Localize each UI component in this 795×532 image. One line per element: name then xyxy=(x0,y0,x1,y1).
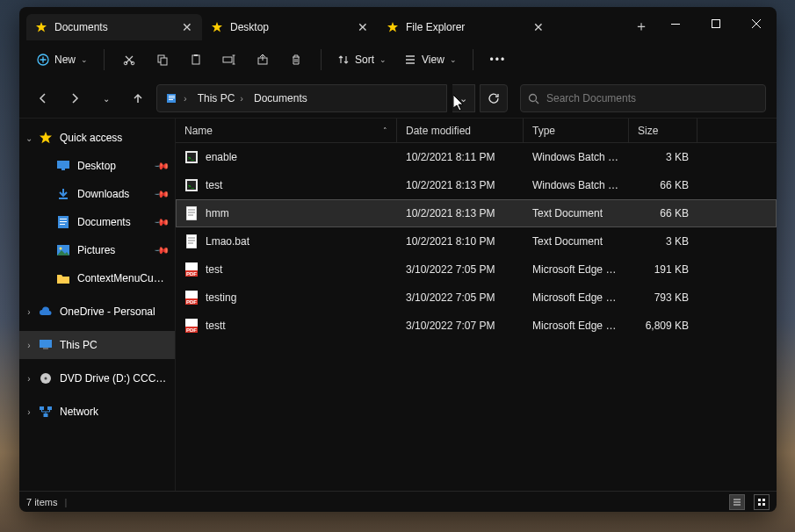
sidebar-item-this-pc[interactable]: ›This PC xyxy=(19,331,175,359)
cell-name: Lmao.bat xyxy=(176,234,397,248)
thumbnails-view-toggle[interactable] xyxy=(754,494,770,510)
rename-button[interactable] xyxy=(213,46,245,74)
expand-toggle[interactable]: › xyxy=(23,307,35,317)
star-icon xyxy=(211,21,223,33)
close-button[interactable] xyxy=(736,7,777,40)
more-button[interactable]: ••• xyxy=(482,46,514,74)
svg-rect-38 xyxy=(186,206,197,220)
breadcrumb-segment[interactable]: This PC› xyxy=(194,92,247,104)
content-pane: Name˄ Date modified Type Size >_ enable … xyxy=(176,119,777,491)
delete-button[interactable] xyxy=(280,46,312,74)
breadcrumb[interactable]: › This PC› Documents xyxy=(156,84,447,112)
recent-locations-button[interactable]: ⌄ xyxy=(93,85,119,111)
svg-rect-9 xyxy=(223,57,232,62)
minimize-button[interactable] xyxy=(655,7,696,40)
file-icon xyxy=(184,206,199,220)
sidebar-item[interactable]: Documents📌 xyxy=(19,208,175,236)
tab[interactable]: File Explorer ✕ xyxy=(378,14,553,40)
tab-close-button[interactable]: ✕ xyxy=(357,21,369,33)
pin-icon: 📌 xyxy=(153,241,170,258)
sidebar-item-dvd[interactable]: ›DVD Drive (D:) CCCOMA_X64FRE_EN-US_DV9 xyxy=(19,364,175,392)
net-icon xyxy=(39,406,53,417)
up-button[interactable] xyxy=(125,85,151,111)
paste-button[interactable] xyxy=(180,46,212,74)
sidebar-item[interactable]: Desktop📌 xyxy=(19,152,175,180)
file-row[interactable]: >_ test 10/2/2021 8:13 PM Windows Batch … xyxy=(176,171,777,199)
chevron-right-icon: › xyxy=(184,93,187,104)
sort-button[interactable]: Sort ⌄ xyxy=(330,46,394,74)
share-button[interactable] xyxy=(247,46,278,74)
breadcrumb-segment[interactable]: Documents xyxy=(250,92,311,104)
file-name: testt xyxy=(206,320,226,332)
paste-icon xyxy=(190,54,202,66)
cell-type: Text Document xyxy=(524,207,629,219)
add-tab-button[interactable]: ＋ xyxy=(627,12,655,40)
cell-size: 3 KB xyxy=(629,151,697,163)
cloud-icon xyxy=(39,306,53,317)
file-list[interactable]: >_ enable 10/2/2021 8:11 PM Windows Batc… xyxy=(176,143,777,491)
search-input[interactable] xyxy=(546,92,758,104)
file-icon: PDF xyxy=(184,262,199,277)
sidebar-item[interactable]: Pictures📌 xyxy=(19,236,175,264)
expand-toggle[interactable]: › xyxy=(23,374,35,384)
file-name: Lmao.bat xyxy=(206,235,249,248)
expand-toggle[interactable]: ⌄ xyxy=(23,133,35,143)
pin-icon: 📌 xyxy=(153,157,170,174)
expand-toggle[interactable]: › xyxy=(23,341,35,350)
sidebar-item-onedrive[interactable]: ›OneDrive - Personal xyxy=(19,298,175,326)
svg-rect-18 xyxy=(59,198,68,199)
details-view-toggle[interactable] xyxy=(729,494,745,510)
svg-rect-7 xyxy=(192,55,199,64)
desktop-icon xyxy=(56,161,70,171)
new-button[interactable]: New ⌄ xyxy=(30,46,95,74)
file-row[interactable]: >_ enable 10/2/2021 8:11 PM Windows Batc… xyxy=(176,143,777,171)
column-header-size[interactable]: Size xyxy=(629,119,697,142)
sidebar-item-network[interactable]: ›Network xyxy=(19,398,175,426)
doc-icon xyxy=(56,216,70,228)
svg-text:>_: >_ xyxy=(188,155,195,161)
tab[interactable]: Documents ✕ xyxy=(26,14,202,40)
refresh-button[interactable] xyxy=(480,84,508,112)
file-row[interactable]: PDF testing 3/10/2022 7:05 PM Microsoft … xyxy=(176,284,777,312)
sidebar-item[interactable]: Downloads📌 xyxy=(19,180,175,208)
sidebar-item-label: Pictures xyxy=(77,244,148,256)
cell-size: 3 KB xyxy=(629,235,697,248)
column-header-date[interactable]: Date modified xyxy=(397,119,524,142)
svg-rect-25 xyxy=(40,340,52,348)
sidebar-item-quick-access[interactable]: ⌄Quick access xyxy=(19,124,175,152)
column-header-name[interactable]: Name˄ xyxy=(176,119,397,142)
tab[interactable]: Desktop ✕ xyxy=(202,14,378,40)
view-button[interactable]: View ⌄ xyxy=(397,46,464,74)
download-icon xyxy=(56,188,70,200)
cell-size: 66 KB xyxy=(629,179,697,191)
breadcrumb-root-icon[interactable]: › xyxy=(163,92,191,104)
file-row[interactable]: Lmao.bat 10/2/2021 8:10 PM Text Document… xyxy=(176,227,777,255)
navigation-pane[interactable]: ⌄Quick accessDesktop📌Downloads📌Documents… xyxy=(19,119,176,491)
svg-text:>_: >_ xyxy=(188,183,195,189)
cell-type: Microsoft Edge P… xyxy=(524,320,629,332)
view-icon xyxy=(404,54,416,66)
svg-rect-17 xyxy=(61,169,65,170)
file-row[interactable]: PDF testt 3/10/2022 7:07 PM Microsoft Ed… xyxy=(176,312,777,340)
file-icon: >_ xyxy=(184,178,199,192)
svg-rect-6 xyxy=(161,58,167,65)
back-button[interactable] xyxy=(30,85,56,111)
breadcrumb-history-button[interactable]: ⌄ xyxy=(452,84,475,112)
search-box[interactable] xyxy=(520,84,766,112)
cell-date: 10/2/2021 8:13 PM xyxy=(397,207,524,219)
copy-button[interactable] xyxy=(147,46,178,74)
maximize-button[interactable] xyxy=(696,7,736,40)
tab-close-button[interactable]: ✕ xyxy=(532,21,545,33)
share-icon xyxy=(257,54,269,66)
file-explorer-window: Documents ✕ Desktop ✕ File Explorer ✕ ＋ … xyxy=(19,7,777,512)
sidebar-item[interactable]: ContextMenuCustomizer xyxy=(19,264,175,292)
forward-button[interactable] xyxy=(61,85,88,111)
expand-toggle[interactable]: › xyxy=(23,407,35,417)
tab-close-button[interactable]: ✕ xyxy=(181,21,193,33)
file-row[interactable]: hmm 10/2/2021 8:13 PM Text Document 66 K… xyxy=(176,199,777,227)
search-icon xyxy=(528,93,539,104)
column-header-type[interactable]: Type xyxy=(524,119,629,142)
file-row[interactable]: PDF test 3/10/2022 7:05 PM Microsoft Edg… xyxy=(176,255,777,284)
cell-size: 793 KB xyxy=(629,291,697,304)
cut-button[interactable] xyxy=(113,46,145,74)
